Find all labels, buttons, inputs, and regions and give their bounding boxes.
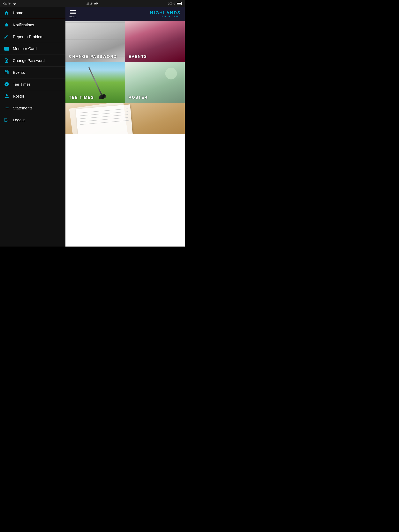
tile-tee-times[interactable]: TEE TIMES (65, 62, 125, 103)
sidebar-label-roster: Roster (13, 94, 24, 99)
white-space-area (65, 134, 185, 247)
menu-bar-2 (70, 12, 76, 13)
sidebar-item-tee-times[interactable]: Tee Times (0, 78, 65, 90)
sidebar-item-roster[interactable]: Roster (0, 90, 65, 102)
status-bar: Carrier 11:24 AM 100% (0, 0, 185, 7)
club-logo: HIGHLANDS GOLF CLUB (150, 11, 181, 18)
sidebar: Home Notifications Report a Problem Memb… (0, 7, 65, 247)
sidebar-item-events[interactable]: Events (0, 67, 65, 78)
sidebar-label-tee-times: Tee Times (13, 82, 31, 87)
sidebar-label-statements: Statements (13, 106, 32, 110)
tile-statements[interactable]: STATEMENTS (65, 103, 185, 134)
battery-icon (176, 2, 182, 5)
tile-label-roster: ROSTER (129, 95, 148, 100)
app-header: MENU HIGHLANDS GOLF CLUB (65, 7, 185, 21)
sidebar-item-notifications[interactable]: Notifications (0, 19, 65, 31)
golf-club-head (98, 94, 107, 100)
menu-button[interactable]: MENU (69, 10, 76, 18)
bell-icon (4, 22, 9, 28)
sidebar-label-events: Events (13, 70, 25, 75)
tile-events[interactable]: EVENTS (125, 21, 185, 62)
wrench-icon (4, 34, 9, 39)
doc-icon (4, 58, 9, 63)
sidebar-label-home: Home (13, 11, 23, 15)
club-sub: GOLF CLUB (150, 15, 181, 18)
statement-paper-front (76, 104, 133, 134)
menu-bar-3 (70, 13, 76, 14)
logout-icon (4, 117, 9, 123)
sidebar-label-report-problem: Report a Problem (13, 35, 44, 39)
golf-icon (4, 82, 9, 87)
card-icon (4, 46, 9, 51)
tiles-grid: CHANGE PASSWORD EVENTS TEE TIMES ROSTER (65, 21, 185, 134)
status-left: Carrier (3, 2, 17, 5)
sidebar-item-change-password[interactable]: Change Password (0, 55, 65, 67)
sidebar-item-report-problem[interactable]: Report a Problem (0, 31, 65, 43)
status-right: 100% (168, 2, 182, 5)
tile-roster[interactable]: ROSTER (125, 62, 185, 103)
sidebar-item-member-card[interactable]: Member Card (0, 43, 65, 55)
sidebar-label-member-card: Member Card (13, 47, 37, 51)
tile-label-events: EVENTS (129, 54, 147, 59)
list-icon (4, 105, 9, 111)
home-icon (4, 10, 9, 16)
battery-pct: 100% (168, 2, 175, 5)
tile-label-change-password: CHANGE PASSWORD (69, 54, 117, 59)
menu-bar-1 (70, 10, 76, 11)
club-name: HIGHLANDS (150, 11, 181, 15)
sidebar-label-logout: Logout (13, 118, 25, 122)
status-time: 11:24 AM (86, 2, 98, 5)
sidebar-item-home[interactable]: Home (0, 7, 65, 19)
sidebar-item-logout[interactable]: Logout (0, 114, 65, 126)
golf-club-shaft (88, 67, 103, 96)
app-container: Home Notifications Report a Problem Memb… (0, 7, 185, 247)
tile-change-password[interactable]: CHANGE PASSWORD (65, 21, 125, 62)
wifi-icon (13, 2, 17, 5)
person-icon (4, 94, 9, 99)
calendar-icon (4, 70, 9, 75)
tile-label-tee-times: TEE TIMES (69, 95, 94, 100)
sidebar-label-notifications: Notifications (13, 23, 34, 27)
sidebar-label-change-password: Change Password (13, 58, 45, 63)
carrier-label: Carrier (3, 2, 12, 5)
sidebar-item-statements[interactable]: Statements (0, 102, 65, 114)
main-content: MENU HIGHLANDS GOLF CLUB CHANGE PASSWORD… (65, 7, 185, 247)
roster-person-silhouette (165, 68, 177, 79)
menu-label: MENU (69, 15, 76, 18)
